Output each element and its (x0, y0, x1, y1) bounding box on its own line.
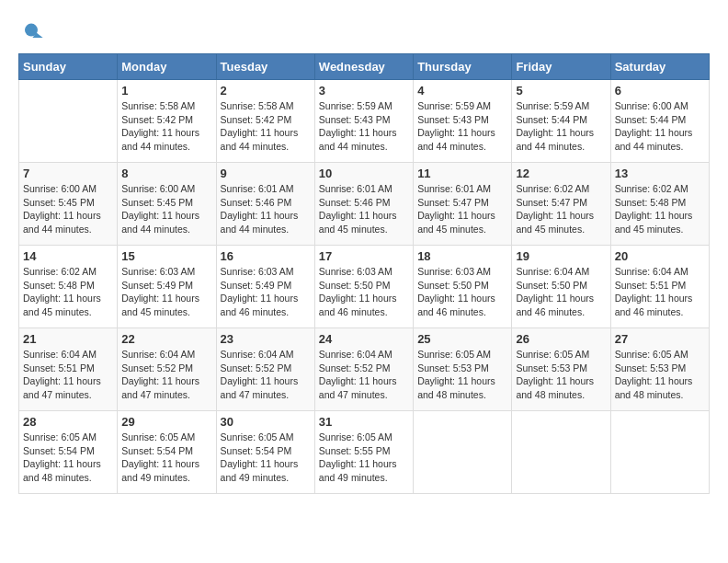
calendar-cell: 17Sunrise: 6:03 AMSunset: 5:50 PMDayligh… (314, 246, 413, 328)
day-info: Sunrise: 6:02 AMSunset: 5:48 PMDaylight:… (23, 265, 113, 319)
calendar-cell: 20Sunrise: 6:04 AMSunset: 5:51 PMDayligh… (610, 246, 709, 328)
day-info: Sunrise: 6:00 AMSunset: 5:44 PMDaylight:… (615, 99, 705, 154)
day-number: 14 (23, 249, 113, 263)
calendar-cell: 30Sunrise: 6:05 AMSunset: 5:54 PMDayligh… (216, 411, 314, 494)
day-info: Sunrise: 6:02 AMSunset: 5:47 PMDaylight:… (516, 182, 606, 236)
calendar-cell: 8Sunrise: 6:00 AMSunset: 5:45 PMDaylight… (118, 163, 216, 246)
day-number: 22 (121, 332, 211, 346)
column-header-saturday: Saturday (610, 54, 709, 80)
day-info: Sunrise: 6:05 AMSunset: 5:55 PMDaylight:… (319, 431, 409, 485)
calendar-cell: 14Sunrise: 6:02 AMSunset: 5:48 PMDayligh… (19, 246, 118, 328)
logo (18, 18, 48, 44)
calendar-cell: 3Sunrise: 5:59 AMSunset: 5:43 PMDaylight… (314, 80, 413, 163)
day-info: Sunrise: 6:05 AMSunset: 5:53 PMDaylight:… (516, 348, 606, 402)
day-number: 16 (221, 249, 311, 263)
day-number: 9 (221, 167, 311, 180)
day-info: Sunrise: 6:05 AMSunset: 5:54 PMDaylight:… (121, 431, 211, 485)
day-info: Sunrise: 5:59 AMSunset: 5:43 PMDaylight:… (319, 99, 409, 154)
calendar-cell: 10Sunrise: 6:01 AMSunset: 5:46 PMDayligh… (314, 163, 413, 246)
day-number: 31 (319, 415, 409, 429)
calendar-cell: 6Sunrise: 6:00 AMSunset: 5:44 PMDaylight… (610, 80, 709, 163)
calendar-cell (414, 411, 512, 494)
calendar-cell: 5Sunrise: 5:59 AMSunset: 5:44 PMDaylight… (512, 80, 610, 163)
calendar-cell: 24Sunrise: 6:04 AMSunset: 5:52 PMDayligh… (314, 328, 413, 411)
day-number: 30 (221, 415, 311, 429)
calendar-cell (610, 411, 709, 494)
day-number: 27 (615, 332, 705, 346)
day-number: 7 (23, 167, 113, 180)
day-number: 26 (516, 332, 606, 346)
calendar-week-row: 28Sunrise: 6:05 AMSunset: 5:54 PMDayligh… (19, 411, 710, 494)
calendar-cell: 22Sunrise: 6:04 AMSunset: 5:52 PMDayligh… (118, 328, 216, 411)
column-header-thursday: Thursday (414, 54, 512, 80)
day-info: Sunrise: 6:01 AMSunset: 5:47 PMDaylight:… (417, 182, 507, 236)
day-info: Sunrise: 6:04 AMSunset: 5:52 PMDaylight:… (121, 348, 211, 402)
calendar-cell (512, 411, 610, 494)
day-info: Sunrise: 6:05 AMSunset: 5:54 PMDaylight:… (221, 431, 311, 485)
calendar-cell: 29Sunrise: 6:05 AMSunset: 5:54 PMDayligh… (118, 411, 216, 494)
calendar-cell: 28Sunrise: 6:05 AMSunset: 5:54 PMDayligh… (19, 411, 118, 494)
calendar-cell: 23Sunrise: 6:04 AMSunset: 5:52 PMDayligh… (216, 328, 314, 411)
day-info: Sunrise: 6:00 AMSunset: 5:45 PMDaylight:… (23, 182, 113, 236)
calendar-cell: 4Sunrise: 5:59 AMSunset: 5:43 PMDaylight… (414, 80, 512, 163)
day-number: 10 (319, 167, 409, 180)
day-number: 12 (516, 167, 606, 180)
logo-icon (18, 18, 44, 44)
day-number: 15 (121, 249, 211, 263)
day-number: 6 (615, 84, 705, 98)
calendar-week-row: 7Sunrise: 6:00 AMSunset: 5:45 PMDaylight… (19, 163, 710, 246)
calendar-cell: 11Sunrise: 6:01 AMSunset: 5:47 PMDayligh… (414, 163, 512, 246)
day-info: Sunrise: 6:05 AMSunset: 5:53 PMDaylight:… (417, 348, 507, 402)
day-info: Sunrise: 6:05 AMSunset: 5:54 PMDaylight:… (23, 431, 113, 485)
day-number: 20 (615, 249, 705, 263)
calendar-cell: 18Sunrise: 6:03 AMSunset: 5:50 PMDayligh… (414, 246, 512, 328)
day-number: 24 (319, 332, 409, 346)
calendar-cell (19, 80, 118, 163)
calendar-cell: 13Sunrise: 6:02 AMSunset: 5:48 PMDayligh… (610, 163, 709, 246)
calendar-cell: 21Sunrise: 6:04 AMSunset: 5:51 PMDayligh… (19, 328, 118, 411)
column-header-sunday: Sunday (19, 54, 118, 80)
day-info: Sunrise: 5:59 AMSunset: 5:44 PMDaylight:… (516, 99, 606, 154)
calendar-week-row: 1Sunrise: 5:58 AMSunset: 5:42 PMDaylight… (19, 80, 710, 163)
day-number: 25 (417, 332, 507, 346)
day-number: 5 (516, 84, 606, 98)
day-number: 8 (121, 167, 211, 180)
column-header-tuesday: Tuesday (216, 54, 314, 80)
day-number: 19 (516, 249, 606, 263)
day-info: Sunrise: 6:03 AMSunset: 5:50 PMDaylight:… (319, 265, 409, 319)
calendar-header-row: SundayMondayTuesdayWednesdayThursdayFrid… (19, 54, 710, 80)
day-number: 28 (23, 415, 113, 429)
calendar-cell: 15Sunrise: 6:03 AMSunset: 5:49 PMDayligh… (118, 246, 216, 328)
calendar-week-row: 14Sunrise: 6:02 AMSunset: 5:48 PMDayligh… (19, 246, 710, 328)
day-info: Sunrise: 6:04 AMSunset: 5:50 PMDaylight:… (516, 265, 606, 319)
day-number: 21 (23, 332, 113, 346)
day-number: 29 (121, 415, 211, 429)
column-header-wednesday: Wednesday (314, 54, 413, 80)
day-number: 17 (319, 249, 409, 263)
calendar-cell: 27Sunrise: 6:05 AMSunset: 5:53 PMDayligh… (610, 328, 709, 411)
calendar-cell: 26Sunrise: 6:05 AMSunset: 5:53 PMDayligh… (512, 328, 610, 411)
day-info: Sunrise: 6:02 AMSunset: 5:48 PMDaylight:… (615, 182, 705, 236)
day-number: 3 (319, 84, 409, 98)
day-number: 1 (121, 84, 211, 98)
calendar-cell: 19Sunrise: 6:04 AMSunset: 5:50 PMDayligh… (512, 246, 610, 328)
calendar-cell: 16Sunrise: 6:03 AMSunset: 5:49 PMDayligh… (216, 246, 314, 328)
page-header (18, 18, 710, 44)
day-number: 23 (221, 332, 311, 346)
day-info: Sunrise: 6:03 AMSunset: 5:49 PMDaylight:… (121, 265, 211, 319)
day-number: 13 (615, 167, 705, 180)
column-header-monday: Monday (118, 54, 216, 80)
day-number: 18 (417, 249, 507, 263)
calendar-cell: 9Sunrise: 6:01 AMSunset: 5:46 PMDaylight… (216, 163, 314, 246)
day-info: Sunrise: 6:05 AMSunset: 5:53 PMDaylight:… (615, 348, 705, 402)
day-info: Sunrise: 6:04 AMSunset: 5:51 PMDaylight:… (23, 348, 113, 402)
calendar-week-row: 21Sunrise: 6:04 AMSunset: 5:51 PMDayligh… (19, 328, 710, 411)
calendar-cell: 25Sunrise: 6:05 AMSunset: 5:53 PMDayligh… (414, 328, 512, 411)
calendar-cell: 1Sunrise: 5:58 AMSunset: 5:42 PMDaylight… (118, 80, 216, 163)
day-info: Sunrise: 5:58 AMSunset: 5:42 PMDaylight:… (221, 99, 311, 154)
day-number: 2 (221, 84, 311, 98)
day-info: Sunrise: 6:03 AMSunset: 5:50 PMDaylight:… (417, 265, 507, 319)
day-info: Sunrise: 6:04 AMSunset: 5:52 PMDaylight:… (319, 348, 409, 402)
calendar-cell: 7Sunrise: 6:00 AMSunset: 5:45 PMDaylight… (19, 163, 118, 246)
calendar-cell: 31Sunrise: 6:05 AMSunset: 5:55 PMDayligh… (314, 411, 413, 494)
